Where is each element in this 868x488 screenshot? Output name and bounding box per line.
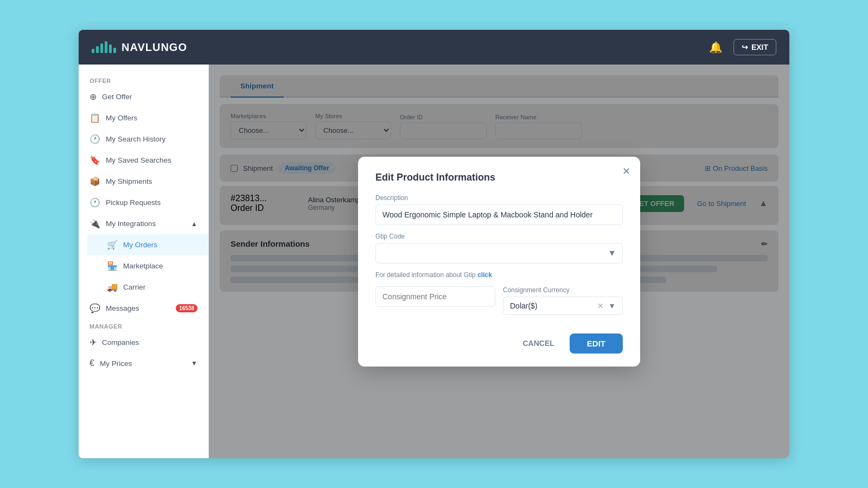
history-icon: 🕐 [90, 134, 100, 144]
marketplace-icon: 🏪 [107, 261, 118, 271]
logo-icon [92, 41, 116, 53]
offers-icon: 📋 [90, 113, 100, 123]
sidebar-item-marketplace[interactable]: 🏪 Marketplace [87, 255, 208, 277]
companies-icon: ✈ [90, 337, 97, 348]
gtip-click-link[interactable]: click [477, 271, 492, 279]
consignment-currency-label: Consignment Currency [503, 286, 623, 294]
sidebar-item-my-prices[interactable]: € My Prices ▼ [79, 353, 208, 374]
sidebar: Offer ⊕ Get Offer 📋 My Offers 🕐 My Searc… [79, 65, 209, 458]
currency-chevron-icon[interactable]: ▼ [608, 301, 616, 310]
description-group: Description [375, 194, 623, 225]
chevron-down-icon: ▼ [191, 359, 197, 367]
sidebar-item-get-offer[interactable]: ⊕ Get Offer [79, 86, 208, 107]
carrier-icon: 🚚 [107, 282, 118, 292]
gtip-group: Gtip Code ▼ [375, 233, 623, 264]
integrations-icon: 🔌 [90, 219, 100, 229]
chevron-up-icon: ▲ [191, 220, 197, 228]
edit-product-modal: Edit Product Informations ✕ Description … [358, 157, 640, 367]
currency-clear-button[interactable]: ✕ [597, 301, 604, 310]
plus-icon: ⊕ [90, 92, 97, 102]
sidebar-item-my-orders[interactable]: 🛒 My Orders [87, 234, 208, 255]
offer-section-label: Offer [79, 73, 208, 86]
edit-button[interactable]: EDIT [570, 333, 623, 354]
shipments-icon: 📦 [90, 176, 100, 187]
notification-bell-icon[interactable]: 🔔 [709, 41, 723, 54]
logo: NAVLUNGO [92, 41, 187, 54]
main-content: Shipment Marketplaces Choose... My Store… [209, 65, 789, 458]
pickup-icon: 🕐 [90, 197, 100, 208]
sidebar-item-my-saved-searches[interactable]: 🔖 My Saved Searches [79, 150, 208, 171]
sidebar-item-companies[interactable]: ✈ Companies [79, 332, 208, 353]
description-input[interactable] [375, 204, 623, 225]
gtip-select-wrapper: ▼ [375, 243, 623, 264]
app-header: NAVLUNGO 🔔 ↪ EXIT [79, 30, 789, 65]
sidebar-item-my-search-history[interactable]: 🕐 My Search History [79, 129, 208, 150]
logo-text: NAVLUNGO [122, 41, 187, 54]
gtip-select[interactable] [375, 243, 623, 264]
sidebar-item-pickup-requests[interactable]: 🕐 Pickup Requests [79, 192, 208, 213]
sidebar-item-my-integrations[interactable]: 🔌 My Integrations ▲ [79, 213, 208, 234]
sidebar-item-my-shipments[interactable]: 📦 My Shipments [79, 171, 208, 192]
sidebar-item-my-offers[interactable]: 📋 My Offers [79, 107, 208, 129]
consignment-price-input[interactable] [375, 286, 495, 307]
modal-overlay: Edit Product Informations ✕ Description … [209, 65, 789, 458]
consignment-price-group [375, 286, 495, 315]
integrations-submenu: 🛒 My Orders 🏪 Marketplace 🚚 Carrier [79, 234, 208, 298]
prices-icon: € [90, 358, 94, 368]
modal-actions: CANCEL EDIT [375, 333, 623, 354]
currency-field: Dolar($) ✕ ▼ [503, 297, 623, 315]
bookmark-icon: 🔖 [90, 155, 100, 165]
modal-close-button[interactable]: ✕ [622, 166, 630, 176]
cart-icon: 🛒 [107, 240, 118, 250]
cancel-button[interactable]: CANCEL [514, 333, 563, 354]
exit-button[interactable]: ↪ EXIT [733, 39, 776, 55]
consignment-row: Consignment Currency Dolar($) ✕ ▼ [375, 286, 623, 323]
messages-badge: 16538 [176, 304, 197, 312]
sidebar-item-carrier[interactable]: 🚚 Carrier [87, 277, 208, 298]
exit-icon: ↪ [742, 43, 748, 52]
sidebar-item-messages[interactable]: 💬 Messages 16538 [79, 298, 208, 319]
header-right: 🔔 ↪ EXIT [709, 39, 776, 55]
gtip-hint: For detailed information about Gtip clic… [375, 271, 623, 279]
messages-icon: 💬 [90, 303, 100, 313]
manager-section-label: Manager [79, 319, 208, 332]
consignment-currency-group: Consignment Currency Dolar($) ✕ ▼ [503, 286, 623, 315]
currency-value: Dolar($) [510, 301, 538, 310]
modal-title: Edit Product Informations [375, 172, 623, 183]
description-label: Description [375, 194, 623, 202]
gtip-label: Gtip Code [375, 233, 623, 240]
